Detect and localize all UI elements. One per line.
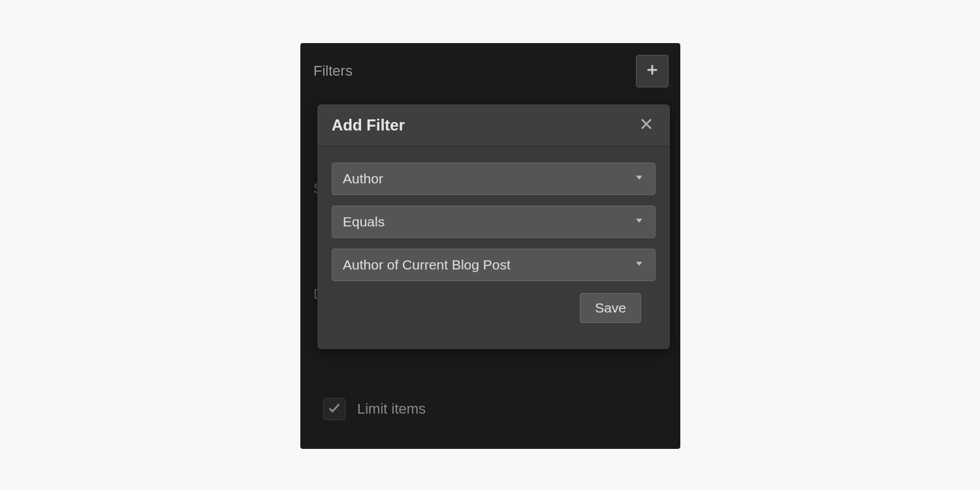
limit-items-label: Limit items [357, 401, 426, 418]
plus-icon [645, 63, 659, 80]
filter-value-select[interactable]: Author of Current Blog Post [332, 249, 656, 281]
filter-operator-value: Equals [343, 214, 385, 230]
caret-down-icon [634, 172, 644, 185]
add-filter-modal: Add Filter Author Equals Autho [317, 104, 670, 349]
svg-marker-5 [636, 219, 642, 222]
filter-value-value: Author of Current Blog Post [343, 257, 511, 273]
panel-header: Filters [300, 43, 680, 94]
filter-field-value: Author [343, 171, 383, 187]
check-icon [327, 401, 341, 418]
svg-marker-4 [636, 176, 642, 179]
modal-body: Author Equals Author of Current Blog Pos… [317, 147, 670, 349]
limit-items-row: Limit items [323, 398, 426, 420]
caret-down-icon [634, 215, 644, 228]
svg-marker-6 [636, 262, 642, 266]
modal-title: Add Filter [332, 116, 405, 134]
close-icon [639, 116, 654, 134]
filters-panel: Filters S D Limit items Add Filter [300, 43, 680, 449]
modal-footer: Save [332, 293, 656, 336]
filter-field-select[interactable]: Author [332, 162, 656, 195]
limit-items-checkbox[interactable] [323, 398, 345, 420]
save-button[interactable]: Save [580, 293, 641, 323]
caret-down-icon [634, 258, 644, 271]
add-filter-button[interactable] [636, 55, 669, 87]
panel-title: Filters [313, 63, 353, 80]
close-button[interactable] [637, 116, 656, 134]
modal-header: Add Filter [317, 104, 670, 147]
filter-operator-select[interactable]: Equals [332, 206, 656, 238]
